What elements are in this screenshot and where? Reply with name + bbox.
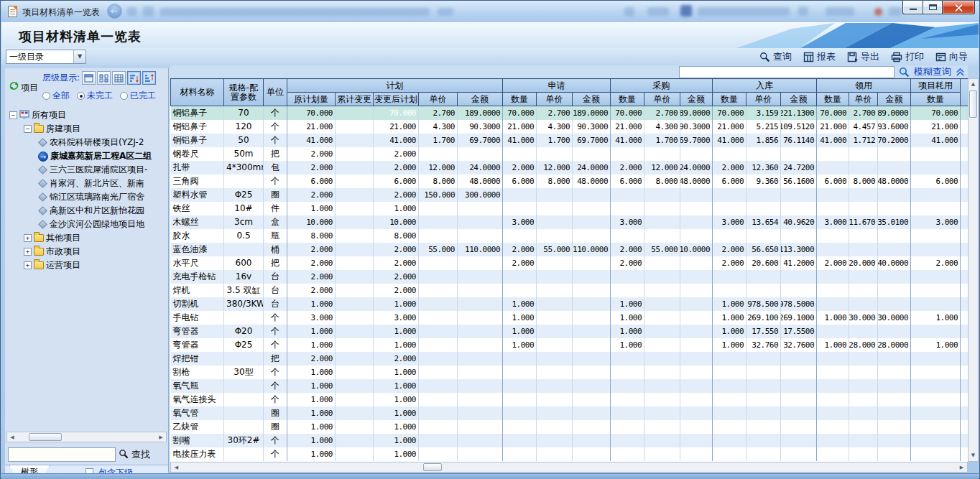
table-cell[interactable]: 水平尺 bbox=[171, 256, 224, 270]
table-cell[interactable] bbox=[644, 406, 680, 420]
table-cell[interactable] bbox=[680, 202, 713, 215]
table-cell[interactable] bbox=[911, 147, 961, 161]
table-cell[interactable] bbox=[781, 284, 817, 297]
table-cell[interactable]: 个 bbox=[264, 393, 287, 406]
col-header-申请-数量[interactable]: 数量 bbox=[503, 93, 537, 106]
table-cell[interactable]: 1.000 bbox=[374, 434, 419, 447]
table-cell[interactable] bbox=[878, 406, 911, 420]
table-cell[interactable] bbox=[849, 379, 878, 393]
table-cell[interactable]: 个 bbox=[264, 175, 287, 188]
table-cell[interactable] bbox=[911, 434, 961, 447]
table-cell[interactable] bbox=[644, 352, 680, 366]
tree-item[interactable]: +其他项目 bbox=[5, 231, 168, 245]
table-cell[interactable]: 2.000 bbox=[374, 270, 419, 284]
col-header-采购-金额[interactable]: 金额 bbox=[680, 93, 713, 106]
table-cell[interactable]: 56.650 bbox=[746, 243, 781, 256]
table-cell[interactable]: 4.457 bbox=[849, 120, 878, 134]
table-cell[interactable] bbox=[713, 406, 746, 420]
table-cell[interactable]: 弯管器 bbox=[171, 325, 224, 338]
table-cell[interactable]: 电接压力表 bbox=[171, 447, 224, 461]
table-cell[interactable]: 41.000 bbox=[287, 134, 336, 147]
table-cell[interactable] bbox=[878, 379, 911, 393]
table-cell[interactable]: 10.000 bbox=[287, 215, 336, 229]
table-cell[interactable]: 1.000 bbox=[374, 338, 419, 352]
table-cell[interactable]: 手电钻 bbox=[171, 311, 224, 325]
table-cell[interactable] bbox=[336, 161, 374, 175]
table-cell[interactable] bbox=[419, 215, 458, 229]
table-cell[interactable]: 380/3KW bbox=[224, 297, 264, 311]
table-cell[interactable] bbox=[817, 202, 849, 215]
table-cell[interactable]: 2.000 bbox=[713, 256, 746, 270]
table-cell[interactable] bbox=[817, 188, 849, 202]
col-header-申请-金额[interactable]: 金额 bbox=[573, 93, 611, 106]
maximize-button[interactable] bbox=[923, 1, 943, 14]
table-cell[interactable]: 3.000 bbox=[713, 215, 746, 229]
table-cell[interactable] bbox=[611, 379, 644, 393]
table-cell[interactable]: 2.000 bbox=[374, 243, 419, 256]
table-cell[interactable] bbox=[680, 188, 713, 202]
table-cell[interactable] bbox=[644, 188, 680, 202]
table-cell[interactable] bbox=[537, 202, 573, 215]
table-cell[interactable]: 2.000 bbox=[374, 161, 419, 175]
table-cell[interactable] bbox=[644, 256, 680, 270]
table-row[interactable]: 乙炔管圈1.0001.000 bbox=[171, 420, 969, 434]
tree-item[interactable]: −所有项目 bbox=[5, 108, 168, 122]
table-cell[interactable]: 4.300 bbox=[537, 120, 573, 134]
table-cell[interactable]: 三角阀 bbox=[171, 175, 224, 188]
table-cell[interactable] bbox=[878, 188, 911, 202]
table-cell[interactable] bbox=[419, 447, 458, 461]
table-cell[interactable]: 2.700 bbox=[849, 106, 878, 120]
table-cell[interactable] bbox=[878, 270, 911, 284]
table-cell[interactable]: 2.000 bbox=[503, 243, 537, 256]
table-row[interactable]: 充电手枪钻16v台2.0002.000 bbox=[171, 270, 969, 284]
table-cell[interactable]: 1.000 bbox=[374, 420, 419, 434]
table-cell[interactable] bbox=[224, 352, 264, 366]
hierarchy-dotted-icon[interactable] bbox=[97, 71, 111, 85]
table-cell[interactable] bbox=[911, 161, 961, 175]
table-cell[interactable]: 瓶 bbox=[264, 229, 287, 243]
table-cell[interactable]: 个 bbox=[264, 325, 287, 338]
table-cell[interactable] bbox=[713, 270, 746, 284]
table-cell[interactable]: 1.000 bbox=[374, 379, 419, 393]
table-cell[interactable]: 16v bbox=[224, 270, 264, 284]
table-cell[interactable] bbox=[611, 434, 644, 447]
tree-item[interactable]: 金沙滨河公园绿地项目地 bbox=[5, 218, 168, 231]
table-row[interactable]: 弯管器Φ25个1.0001.0001.0001.0001.00032.76032… bbox=[171, 338, 969, 352]
table-cell[interactable] bbox=[644, 379, 680, 393]
table-cell[interactable] bbox=[878, 366, 911, 379]
table-cell[interactable] bbox=[849, 147, 878, 161]
table-cell[interactable] bbox=[503, 202, 537, 215]
table-cell[interactable] bbox=[503, 352, 537, 366]
table-cell[interactable] bbox=[644, 229, 680, 243]
table-cell[interactable] bbox=[503, 188, 537, 202]
table-cell[interactable] bbox=[458, 447, 503, 461]
table-cell[interactable]: 8.000 bbox=[849, 175, 878, 188]
table-cell[interactable]: 50m bbox=[224, 147, 264, 161]
toolbar-button-导出[interactable]: 导出 bbox=[843, 49, 883, 65]
table-cell[interactable] bbox=[573, 366, 611, 379]
table-cell[interactable] bbox=[573, 229, 611, 243]
table-cell[interactable]: 110.0000 bbox=[573, 243, 611, 256]
table-cell[interactable] bbox=[336, 311, 374, 325]
table-cell[interactable]: 20.000 bbox=[849, 256, 878, 270]
table-cell[interactable]: 21.000 bbox=[374, 120, 419, 134]
table-cell[interactable] bbox=[419, 379, 458, 393]
table-cell[interactable] bbox=[573, 311, 611, 325]
table-row[interactable]: 氧气管圈1.0001.000 bbox=[171, 406, 969, 420]
table-cell[interactable] bbox=[336, 243, 374, 256]
table-cell[interactable] bbox=[644, 325, 680, 338]
table-cell[interactable]: 桶 bbox=[264, 243, 287, 256]
table-cell[interactable] bbox=[781, 447, 817, 461]
table-cell[interactable] bbox=[746, 393, 781, 406]
col-group-申请[interactable]: 申请 bbox=[503, 79, 611, 93]
table-cell[interactable]: 48.0000 bbox=[878, 175, 911, 188]
table-cell[interactable]: 8.000 bbox=[419, 175, 458, 188]
table-cell[interactable]: 氧气瓶 bbox=[171, 379, 224, 393]
table-cell[interactable] bbox=[458, 393, 503, 406]
table-cell[interactable]: 件 bbox=[264, 202, 287, 215]
table-cell[interactable]: 圈 bbox=[264, 188, 287, 202]
table-cell[interactable]: 41.000 bbox=[817, 134, 849, 147]
table-cell[interactable] bbox=[817, 161, 849, 175]
table-cell[interactable]: 2.000 bbox=[611, 161, 644, 175]
table-cell[interactable] bbox=[680, 270, 713, 284]
